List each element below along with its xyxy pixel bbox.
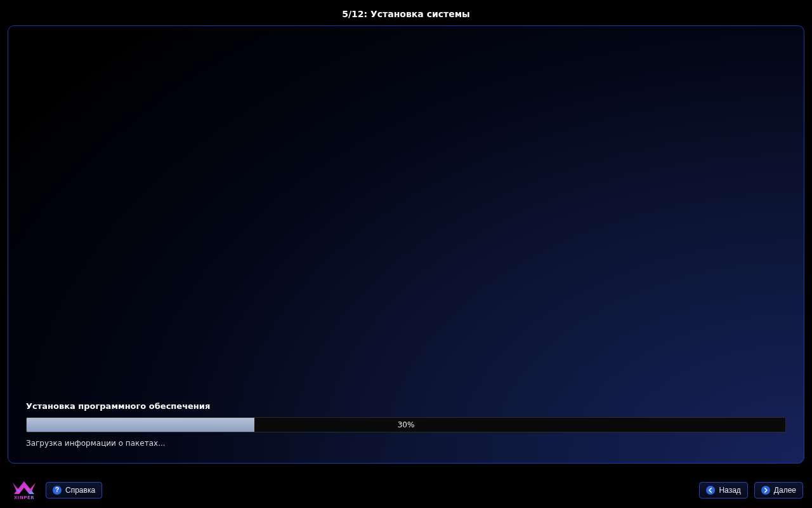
back-button-label: Назад xyxy=(719,486,740,495)
back-button[interactable]: Назад xyxy=(699,482,747,498)
arrow-right-icon xyxy=(761,486,770,495)
page-title: 5/12: Установка системы xyxy=(0,0,812,25)
footer-bar: XINPER ? Справка Назад Далее xyxy=(0,472,812,508)
arrow-left-icon xyxy=(706,486,715,495)
next-button[interactable]: Далее xyxy=(754,482,803,498)
progress-section-title: Установка программного обеспечения xyxy=(26,401,786,411)
help-icon: ? xyxy=(53,486,62,495)
main-panel: Установка программного обеспечения 30% З… xyxy=(8,25,804,464)
progress-block: Установка программного обеспечения 30% З… xyxy=(26,401,786,448)
progress-percent-label: 30% xyxy=(27,418,785,432)
brand-logo-icon xyxy=(9,480,39,497)
footer-right: Назад Далее xyxy=(699,482,803,498)
progress-status-text: Загрузка информации о пакетах... xyxy=(26,439,786,448)
brand-logo: XINPER xyxy=(9,479,39,502)
next-button-label: Далее xyxy=(774,486,796,495)
progress-bar: 30% xyxy=(26,417,786,432)
help-button[interactable]: ? Справка xyxy=(46,482,102,498)
help-button-label: Справка xyxy=(65,486,95,495)
footer-left: XINPER ? Справка xyxy=(9,479,102,502)
brand-logo-text: XINPER xyxy=(9,495,39,500)
